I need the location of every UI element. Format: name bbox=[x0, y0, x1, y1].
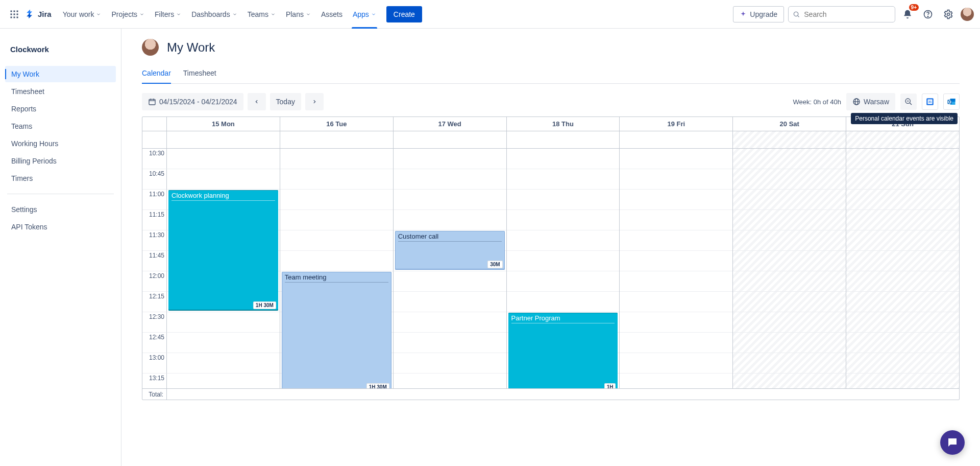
time-slot[interactable] bbox=[167, 374, 280, 388]
time-slot[interactable] bbox=[846, 333, 959, 353]
time-slot[interactable] bbox=[846, 312, 959, 333]
app-switcher-icon[interactable] bbox=[6, 6, 22, 22]
allday-cell[interactable] bbox=[167, 131, 280, 148]
time-slot[interactable] bbox=[507, 230, 620, 251]
notifications-button[interactable]: 9+ bbox=[899, 6, 916, 22]
sidebar-item-billing-periods[interactable]: Billing Periods bbox=[5, 153, 116, 169]
time-slot[interactable] bbox=[620, 292, 732, 312]
zoom-out-button[interactable] bbox=[900, 94, 917, 110]
time-slot[interactable] bbox=[733, 169, 846, 190]
time-slot[interactable] bbox=[394, 292, 506, 312]
time-slot[interactable] bbox=[733, 210, 846, 230]
sidebar-item-api-tokens[interactable]: API Tokens bbox=[5, 219, 116, 235]
time-slot[interactable] bbox=[280, 230, 393, 251]
create-button[interactable]: Create bbox=[386, 6, 422, 22]
time-slot[interactable] bbox=[620, 312, 732, 333]
time-slot[interactable] bbox=[394, 353, 506, 374]
calendar-event[interactable]: Clockwork planning1H 30M bbox=[168, 190, 278, 311]
time-slot[interactable] bbox=[507, 149, 620, 169]
profile-avatar[interactable] bbox=[961, 8, 974, 21]
time-slot[interactable] bbox=[846, 271, 959, 292]
time-slot[interactable] bbox=[394, 210, 506, 230]
sidebar-item-timesheet[interactable]: Timesheet bbox=[5, 83, 116, 100]
nav-item-assets[interactable]: Assets bbox=[316, 0, 348, 29]
time-slot[interactable] bbox=[507, 251, 620, 271]
time-slot[interactable] bbox=[394, 312, 506, 333]
time-slot[interactable] bbox=[620, 149, 732, 169]
time-slot[interactable] bbox=[620, 251, 732, 271]
time-slot[interactable] bbox=[733, 271, 846, 292]
settings-button[interactable] bbox=[940, 6, 957, 22]
sidebar-item-my-work[interactable]: My Work bbox=[5, 66, 116, 82]
time-slot[interactable] bbox=[620, 271, 732, 292]
time-slot[interactable] bbox=[733, 312, 846, 333]
time-slot[interactable] bbox=[394, 271, 506, 292]
next-week-button[interactable] bbox=[305, 93, 324, 110]
nav-item-apps[interactable]: Apps bbox=[348, 0, 381, 29]
sidebar-item-teams[interactable]: Teams bbox=[5, 118, 116, 134]
help-button[interactable] bbox=[920, 6, 936, 22]
time-slot[interactable] bbox=[733, 353, 846, 374]
search-input[interactable] bbox=[788, 6, 895, 22]
time-slot[interactable] bbox=[620, 353, 732, 374]
nav-item-your-work[interactable]: Your work bbox=[58, 0, 107, 29]
tab-calendar[interactable]: Calendar bbox=[142, 66, 171, 83]
time-slot[interactable] bbox=[394, 374, 506, 388]
time-slot[interactable] bbox=[280, 190, 393, 210]
tab-timesheet[interactable]: Timesheet bbox=[183, 66, 216, 83]
time-slot[interactable] bbox=[846, 353, 959, 374]
day-column[interactable]: Team meeting1H 30M bbox=[280, 149, 394, 388]
time-slot[interactable] bbox=[167, 333, 280, 353]
time-slot[interactable] bbox=[167, 312, 280, 333]
time-slot[interactable] bbox=[507, 210, 620, 230]
prev-week-button[interactable] bbox=[248, 93, 266, 110]
time-slot[interactable] bbox=[394, 169, 506, 190]
allday-cell[interactable] bbox=[280, 131, 394, 148]
time-slot[interactable] bbox=[167, 149, 280, 169]
allday-cell[interactable] bbox=[733, 131, 846, 148]
nav-item-teams[interactable]: Teams bbox=[242, 0, 281, 29]
outlook-calendar-button[interactable] bbox=[943, 94, 960, 110]
day-column[interactable] bbox=[733, 149, 846, 388]
time-slot[interactable] bbox=[394, 190, 506, 210]
time-slot[interactable] bbox=[733, 190, 846, 210]
time-slot[interactable] bbox=[846, 251, 959, 271]
time-slot[interactable] bbox=[620, 374, 732, 388]
time-slot[interactable] bbox=[394, 333, 506, 353]
time-slot[interactable] bbox=[507, 190, 620, 210]
upgrade-button[interactable]: Upgrade bbox=[733, 6, 784, 22]
day-column[interactable] bbox=[846, 149, 959, 388]
calendar-event[interactable]: Partner Program1H bbox=[508, 313, 618, 388]
time-slot[interactable] bbox=[280, 149, 393, 169]
time-slot[interactable] bbox=[620, 230, 732, 251]
timezone-button[interactable]: Warsaw bbox=[846, 93, 895, 110]
time-slot[interactable] bbox=[507, 271, 620, 292]
time-slot[interactable] bbox=[846, 292, 959, 312]
time-slot[interactable] bbox=[846, 374, 959, 388]
time-slot[interactable] bbox=[167, 353, 280, 374]
day-column[interactable]: Partner Program1H bbox=[507, 149, 620, 388]
sidebar-item-timers[interactable]: Timers bbox=[5, 170, 116, 187]
time-slot[interactable] bbox=[507, 169, 620, 190]
today-button[interactable]: Today bbox=[270, 93, 301, 110]
nav-item-dashboards[interactable]: Dashboards bbox=[186, 0, 242, 29]
date-range-button[interactable]: 04/15/2024 - 04/21/2024 bbox=[142, 93, 243, 110]
nav-item-plans[interactable]: Plans bbox=[281, 0, 316, 29]
allday-cell[interactable] bbox=[394, 131, 507, 148]
sidebar-item-settings[interactable]: Settings bbox=[5, 201, 116, 218]
allday-cell[interactable] bbox=[620, 131, 733, 148]
nav-item-projects[interactable]: Projects bbox=[106, 0, 150, 29]
time-slot[interactable] bbox=[507, 292, 620, 312]
time-slot[interactable] bbox=[733, 251, 846, 271]
sidebar-item-working-hours[interactable]: Working Hours bbox=[5, 135, 116, 152]
time-slot[interactable] bbox=[733, 292, 846, 312]
calendar-event[interactable]: Team meeting1H 30M bbox=[282, 272, 391, 388]
time-slot[interactable] bbox=[733, 230, 846, 251]
time-slot[interactable] bbox=[846, 210, 959, 230]
allday-cell[interactable] bbox=[507, 131, 620, 148]
time-slot[interactable] bbox=[280, 169, 393, 190]
allday-cell[interactable] bbox=[846, 131, 959, 148]
day-column[interactable]: Customer call30M bbox=[394, 149, 507, 388]
jira-logo[interactable]: Jira bbox=[24, 9, 52, 20]
time-slot[interactable] bbox=[733, 374, 846, 388]
